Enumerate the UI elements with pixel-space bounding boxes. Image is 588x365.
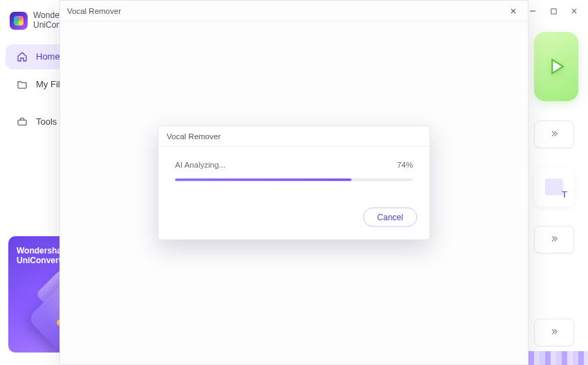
- progress-dialog-actions: Cancel: [158, 189, 430, 239]
- progress-bar-fill: [175, 178, 351, 181]
- cancel-button[interactable]: Cancel: [363, 207, 417, 226]
- modal-close-button[interactable]: [506, 3, 521, 19]
- close-icon: [509, 7, 517, 15]
- modal-titlebar: Vocal Remover: [60, 1, 528, 21]
- vocal-remover-window: Vocal Remover Vocal Remover AI Analyzing…: [59, 0, 529, 365]
- progress-dialog-body: AI Analyzing... 74%: [158, 146, 430, 189]
- progress-bar: [175, 178, 413, 181]
- modal-overlay: Vocal Remover Vocal Remover AI Analyzing…: [0, 0, 588, 365]
- progress-status-label: AI Analyzing...: [175, 160, 226, 168]
- progress-status-row: AI Analyzing... 74%: [175, 160, 413, 168]
- progress-dialog: Vocal Remover AI Analyzing... 74% Cancel: [158, 125, 430, 240]
- modal-title: Vocal Remover: [67, 7, 121, 15]
- progress-dialog-title: Vocal Remover: [158, 126, 430, 146]
- progress-percent-label: 74%: [397, 160, 413, 168]
